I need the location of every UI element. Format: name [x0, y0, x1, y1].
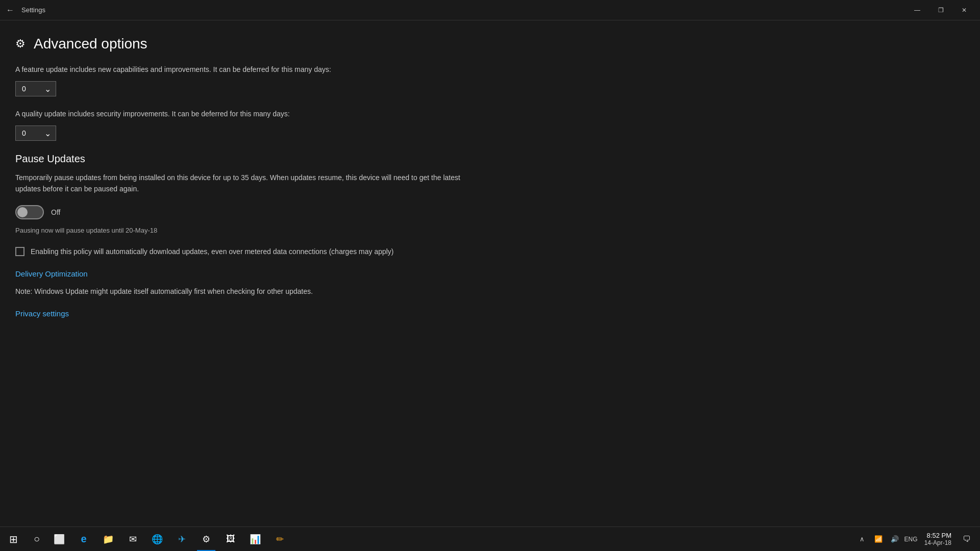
chrome-button[interactable]: 🌐 — [145, 527, 169, 552]
window-controls: — ❐ ✕ — [905, 0, 976, 20]
file-explorer-button[interactable]: 📁 — [96, 527, 120, 552]
excel-button[interactable]: 📊 — [243, 527, 267, 552]
cortana-button[interactable]: ○ — [27, 527, 47, 552]
taskbar-system-tray: ∧ 📶 🔊 ENG 8:52 PM 14-Apr-18 🗨 — [855, 527, 980, 552]
quality-update-description: A quality update includes security impro… — [15, 109, 965, 119]
edge-icon: e — [81, 533, 86, 545]
page-header: ⚙ Advanced options — [15, 36, 965, 52]
back-button[interactable]: ← — [4, 4, 16, 17]
wifi-icon: 📶 — [874, 535, 883, 543]
photos-icon: 🖼 — [226, 534, 235, 544]
title-bar: ← Settings — ❐ ✕ — [0, 0, 980, 20]
pause-updates-description: Temporarily pause updates from being ins… — [15, 172, 475, 195]
taskbar: ⊞ ○ ⬜ e 📁 ✉ 🌐 ✈ ⚙ 🖼 📊 ✏ — [0, 527, 980, 551]
start-button[interactable]: ⊞ — [0, 527, 27, 552]
feature-update-description: A feature update includes new capabiliti… — [15, 64, 965, 75]
photos-button[interactable]: 🖼 — [218, 527, 243, 552]
metered-connection-label: Enabling this policy will automatically … — [31, 246, 394, 257]
language-indicator[interactable]: ENG — [904, 529, 918, 549]
network-status-icon[interactable]: 📶 — [871, 529, 886, 549]
feature-update-dropdown-wrapper[interactable]: 0 10 30 60 90 180 365 — [15, 81, 56, 96]
start-icon: ⊞ — [9, 533, 18, 545]
telegram-icon: ✈ — [178, 534, 186, 545]
pause-toggle-container: Off — [15, 205, 965, 219]
pause-info-text: Pausing now will pause updates until 20-… — [15, 227, 965, 234]
show-hidden-icons-button[interactable]: ∧ — [855, 529, 869, 549]
cortana-icon: ○ — [34, 533, 40, 545]
chevron-up-icon: ∧ — [860, 535, 865, 543]
notification-icon: 🗨 — [963, 535, 971, 544]
privacy-settings-link[interactable]: Privacy settings — [15, 309, 965, 318]
language-text: ENG — [904, 536, 918, 543]
mail-icon: ✉ — [129, 534, 137, 545]
task-view-button[interactable]: ⬜ — [47, 527, 71, 552]
metered-connection-checkbox[interactable] — [15, 247, 24, 256]
app-title: Settings — [21, 6, 45, 14]
maximize-button[interactable]: ❐ — [929, 0, 952, 20]
settings-taskbar-button[interactable]: ⚙ — [194, 527, 218, 552]
pause-updates-toggle[interactable] — [15, 205, 44, 219]
note-text: Note: Windows Update might update itself… — [15, 286, 965, 297]
feature-update-dropdown[interactable]: 0 10 30 60 90 180 365 — [15, 81, 56, 96]
close-button[interactable]: ✕ — [952, 0, 976, 20]
clock-time: 8:52 PM — [927, 532, 951, 539]
sketch-icon: ✏ — [276, 534, 284, 545]
page-title: Advanced options — [34, 36, 148, 52]
delivery-optimization-link[interactable]: Delivery Optimization — [15, 269, 965, 278]
metered-connection-checkbox-container: Enabling this policy will automatically … — [15, 246, 965, 257]
quality-update-dropdown-wrapper[interactable]: 0 10 14 21 28 30 — [15, 126, 56, 141]
speaker-icon: 🔊 — [891, 535, 899, 543]
clock[interactable]: 8:52 PM 14-Apr-18 — [920, 527, 955, 552]
mail-button[interactable]: ✉ — [120, 527, 145, 552]
file-explorer-icon: 📁 — [103, 534, 114, 545]
toggle-track — [15, 205, 44, 219]
edge-button[interactable]: e — [71, 527, 96, 552]
quality-update-dropdown[interactable]: 0 10 14 21 28 30 — [15, 126, 56, 141]
settings-taskbar-icon: ⚙ — [202, 534, 210, 545]
chrome-icon: 🌐 — [152, 534, 163, 545]
volume-icon[interactable]: 🔊 — [888, 529, 902, 549]
clock-date: 14-Apr-18 — [924, 539, 951, 546]
sketch-button[interactable]: ✏ — [267, 527, 292, 552]
telegram-button[interactable]: ✈ — [169, 527, 194, 552]
excel-icon: 📊 — [250, 534, 261, 545]
pause-updates-title: Pause Updates — [15, 153, 965, 165]
minimize-button[interactable]: — — [905, 0, 929, 20]
toggle-state-label: Off — [51, 208, 60, 216]
title-bar-left: ← Settings — [4, 4, 45, 17]
advanced-options-icon: ⚙ — [15, 37, 26, 51]
main-content: ⚙ Advanced options A feature update incl… — [0, 20, 980, 527]
task-view-icon: ⬜ — [54, 534, 65, 545]
toggle-thumb — [17, 207, 28, 217]
notification-center-button[interactable]: 🗨 — [958, 527, 976, 552]
